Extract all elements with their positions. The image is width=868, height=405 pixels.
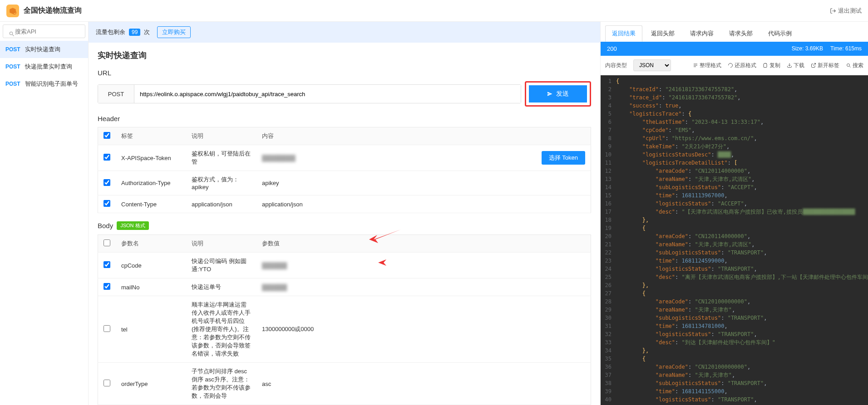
toolbar-action-label: 复制: [769, 62, 780, 69]
body-col-value: 参数值: [256, 235, 591, 253]
body-desc: 快递运单号: [186, 278, 256, 296]
body-name: cpCode: [116, 253, 186, 278]
body-row-check[interactable]: [104, 325, 110, 332]
content-type-label: 内容类型: [605, 62, 627, 69]
time-label: Time:: [830, 45, 844, 52]
select-token-button[interactable]: 选择 Token: [542, 151, 585, 165]
sidebar-item-0[interactable]: POST实时快递查询: [0, 41, 88, 58]
header-col-desc: 说明: [186, 127, 256, 145]
url-section-label: URL: [98, 69, 591, 77]
header-content: apikey: [262, 180, 279, 186]
status-code: 200: [607, 45, 617, 52]
header-row-check[interactable]: [104, 200, 110, 207]
send-highlight-box: 发送: [525, 81, 591, 107]
search-icon: [9, 31, 15, 37]
header-desc: application/json: [186, 195, 256, 213]
response-toolbar: 内容类型 JSON 整理格式还原格式复制下载新开标签搜索: [601, 56, 868, 75]
nav-label: 实时快递查询: [25, 45, 60, 54]
toolbar-action-0[interactable]: 整理格式: [693, 62, 721, 69]
sidebar-item-1[interactable]: POST快递批量实时查询: [0, 58, 88, 75]
status-bar: 200 Size: 3.69KB Time: 615ms: [601, 42, 868, 56]
url-input[interactable]: [134, 85, 521, 103]
header-name: Authorization-Type: [116, 171, 186, 195]
toolbar-action-1[interactable]: 还原格式: [728, 62, 756, 69]
header-section-label: Header: [98, 115, 591, 122]
header-row: X-APISpace-Token 鉴权私钥，可登陆后在管 ████████选择 …: [98, 145, 591, 171]
format-select[interactable]: JSON: [633, 59, 671, 71]
body-desc: 子节点时间排序 desc倒序 asc升序。注意：若参数为空则不传该参数，否则会导: [186, 363, 256, 405]
body-value: ██████: [262, 262, 287, 269]
body-table: 参数名 说明 参数值 cpCode 快递公司编码 例如圆通:YTO ██████…: [98, 234, 591, 405]
response-editor[interactable]: 1{2 "traceId": "2416181733674755782",3 "…: [601, 75, 868, 405]
time-value: 615ms: [845, 45, 862, 52]
toolbar-icon: [787, 63, 792, 68]
header-content: ████████: [262, 155, 296, 161]
body-value: asc: [262, 381, 271, 387]
json-format-badge: JSON 格式: [117, 221, 148, 230]
body-desc: 快递公司编码 例如圆通:YTO: [186, 253, 256, 278]
exit-label: 退出测试: [838, 7, 862, 15]
url-method: POST: [98, 85, 134, 103]
toolbar-action-2[interactable]: 复制: [763, 62, 780, 69]
toolbar-action-label: 新开标签: [818, 62, 839, 69]
body-checkall[interactable]: [104, 239, 110, 246]
body-col-name: 参数名: [116, 235, 186, 253]
exit-test-button[interactable]: 退出测试: [830, 7, 862, 15]
header-row-check[interactable]: [104, 179, 110, 186]
toolbar-action-label: 整理格式: [700, 62, 721, 69]
size-value: 3.69KB: [805, 45, 823, 52]
nav-method: POST: [5, 46, 20, 53]
toolbar-action-label: 还原格式: [735, 62, 756, 69]
body-desc: 顺丰速运/丰网速运需传入收件人或寄件人手机号或手机号后四位(推荐使用寄件人)。注…: [186, 296, 256, 363]
quota-banner: 流量包剩余 99 次 立即购买: [89, 22, 600, 43]
sidebar-item-2[interactable]: POST智能识别电子面单号: [0, 75, 88, 93]
response-panel: 返回结果返回头部请求内容请求头部代码示例 200 Size: 3.69KB Ti…: [600, 22, 868, 405]
toolbar-action-3[interactable]: 下载: [787, 62, 804, 69]
body-name: orderType: [116, 363, 186, 405]
header-checkall[interactable]: [104, 132, 110, 139]
page-title: 实时快递查询: [98, 50, 591, 61]
response-tab-2[interactable]: 请求内容: [683, 25, 720, 42]
app-title: 全国快递物流查询: [24, 6, 82, 15]
header-col-name: 标签: [116, 127, 186, 145]
header-row-check[interactable]: [104, 154, 110, 161]
body-row: cpCode 快递公司编码 例如圆通:YTO ██████: [98, 253, 591, 278]
nav-method: POST: [5, 81, 20, 87]
banner-prefix: 流量包剩余: [96, 28, 125, 36]
topbar: 全国快递物流查询 退出测试: [0, 0, 868, 22]
toolbar-action-label: 搜索: [853, 62, 863, 69]
header-desc: 鉴权方式，值为：apikey: [186, 171, 256, 195]
body-row: tel 顺丰速运/丰网速运需传入收件人或寄件人手机号或手机号后四位(推荐使用寄件…: [98, 296, 591, 363]
send-icon: [547, 91, 552, 97]
toolbar-action-4[interactable]: 新开标签: [811, 62, 839, 69]
body-value: ██████: [262, 284, 287, 291]
response-tab-4[interactable]: 代码示例: [761, 25, 799, 42]
body-row-check[interactable]: [104, 283, 110, 290]
toolbar-action-5[interactable]: 搜索: [846, 62, 863, 69]
body-value: 1300000000或0000: [262, 326, 314, 332]
body-col-desc: 说明: [186, 235, 256, 253]
app-logo-icon: [6, 5, 19, 17]
header-content: application/json: [262, 201, 303, 208]
body-row: orderType 子节点时间排序 desc倒序 asc升序。注意：若参数为空则…: [98, 363, 591, 405]
center-panel: 流量包剩余 99 次 立即购买 实时快递查询 URL POST 发送 Heade…: [89, 22, 600, 405]
toolbar-icon: [846, 63, 851, 68]
send-button[interactable]: 发送: [529, 85, 587, 102]
response-tab-3[interactable]: 请求头部: [722, 25, 760, 42]
response-tab-1[interactable]: 返回头部: [644, 25, 681, 42]
response-tab-0[interactable]: 返回结果: [605, 25, 642, 42]
toolbar-icon: [693, 63, 698, 68]
body-row: mailNo 快递运单号 ██████: [98, 278, 591, 296]
buy-now-button[interactable]: 立即购买: [157, 26, 191, 38]
toolbar-icon: [811, 63, 816, 68]
header-name: Content-Type: [116, 195, 186, 213]
send-label: 发送: [556, 90, 569, 98]
search-input[interactable]: [3, 24, 85, 38]
body-row-check[interactable]: [104, 380, 110, 386]
body-row-check[interactable]: [104, 261, 110, 268]
header-col-content: 内容: [256, 127, 591, 145]
header-name: X-APISpace-Token: [116, 145, 186, 171]
header-row: Content-Type application/json applicatio…: [98, 195, 591, 213]
toolbar-icon: [763, 63, 768, 68]
header-desc: 鉴权私钥，可登陆后在管: [186, 145, 256, 171]
